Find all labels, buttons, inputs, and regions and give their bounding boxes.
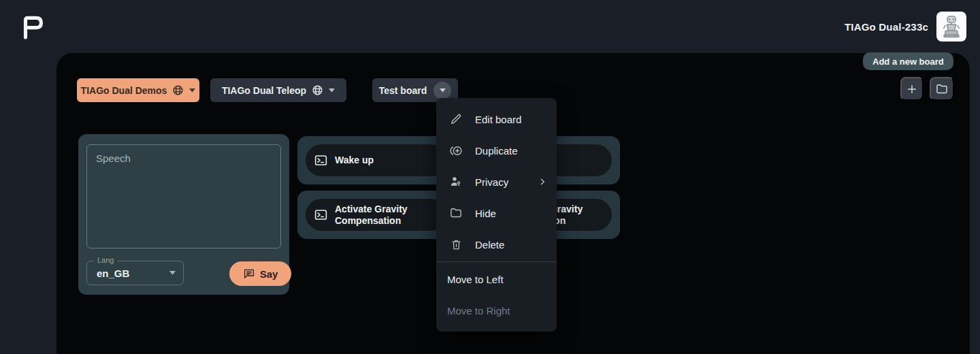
menu-item-label: Move to Left <box>447 274 504 285</box>
action-button-label: Activate Gravity Compensation <box>335 204 439 226</box>
terminal-icon <box>314 208 328 222</box>
speech-text-input[interactable] <box>86 144 281 248</box>
board-context-menu: Edit board Duplicate Privacy <box>436 98 557 332</box>
menu-item-move-to-left[interactable]: Move to Left <box>436 263 557 295</box>
chevron-down-icon <box>169 271 176 275</box>
pal-robotics-logo-icon <box>19 12 45 42</box>
person-key-icon <box>448 175 463 189</box>
add-board-tooltip: Add a new board <box>863 52 953 70</box>
plus-icon <box>905 82 919 96</box>
speech-widget: Lang en_GB Say <box>78 134 289 295</box>
folder-icon <box>935 82 949 96</box>
add-board-tooltip-label: Add a new board <box>872 57 944 67</box>
action-widget-activate-gravity: Activate Gravity Compensation <box>297 191 455 239</box>
chevron-right-icon <box>538 177 547 187</box>
lang-select[interactable]: Lang en_GB <box>86 261 184 285</box>
lang-select-label: Lang <box>94 256 117 264</box>
tab-label: TIAGo Dual Demos <box>81 85 167 96</box>
lang-select-value: en_GB <box>97 268 129 279</box>
menu-item-label: Privacy <box>475 176 508 188</box>
menu-item-label: Duplicate <box>475 145 518 157</box>
folder-icon <box>448 206 463 220</box>
robot-avatar-button[interactable] <box>936 12 966 42</box>
trash-icon <box>448 238 463 251</box>
menu-item-delete[interactable]: Delete <box>436 229 557 260</box>
tiago-robot-photo-icon <box>941 15 962 38</box>
say-button[interactable]: Say <box>229 261 291 286</box>
board-menu-trigger[interactable] <box>434 82 451 99</box>
add-board-button[interactable] <box>900 77 924 101</box>
chevron-down-icon <box>440 88 446 93</box>
duplicate-icon <box>448 144 463 158</box>
action-button-label: Wake up <box>335 155 374 166</box>
tab-label: TIAGo Dual Teleop <box>222 85 306 96</box>
chevron-down-icon[interactable] <box>329 88 335 93</box>
tab-label: Test board <box>379 85 427 96</box>
menu-item-label: Hide <box>475 208 496 219</box>
tab-tiago-dual-demos[interactable]: TIAGo Dual Demos <box>77 78 199 102</box>
menu-divider <box>436 261 557 262</box>
globe-public-icon <box>312 84 323 96</box>
menu-item-move-to-right: Move to Right <box>436 295 557 326</box>
topbar: TIAGo Dual-233c <box>0 0 980 53</box>
menu-item-label: Edit board <box>475 114 521 125</box>
action-widget-wake-up: Wake up <box>297 136 455 184</box>
chevron-down-icon[interactable] <box>189 88 195 93</box>
hidden-boards-button[interactable] <box>930 77 954 101</box>
say-button-label: Say <box>260 268 278 280</box>
tab-tiago-dual-teleop[interactable]: TIAGo Dual Teleop <box>210 78 346 102</box>
chat-icon <box>243 268 255 280</box>
pencil-icon <box>448 112 463 126</box>
menu-item-label: Delete <box>475 239 504 251</box>
menu-item-duplicate[interactable]: Duplicate <box>436 135 557 166</box>
terminal-icon <box>314 153 328 167</box>
activate-gravity-compensation-button[interactable]: Activate Gravity Compensation <box>306 199 447 231</box>
robot-name: TIAGo Dual-233c <box>845 21 928 33</box>
menu-item-privacy[interactable]: Privacy <box>436 166 557 197</box>
menu-item-label: Move to Right <box>447 305 510 317</box>
menu-item-edit-board[interactable]: Edit board <box>436 103 557 135</box>
wake-up-button[interactable]: Wake up <box>306 144 447 176</box>
menu-item-hide[interactable]: Hide <box>436 197 557 229</box>
globe-public-icon <box>172 84 184 96</box>
